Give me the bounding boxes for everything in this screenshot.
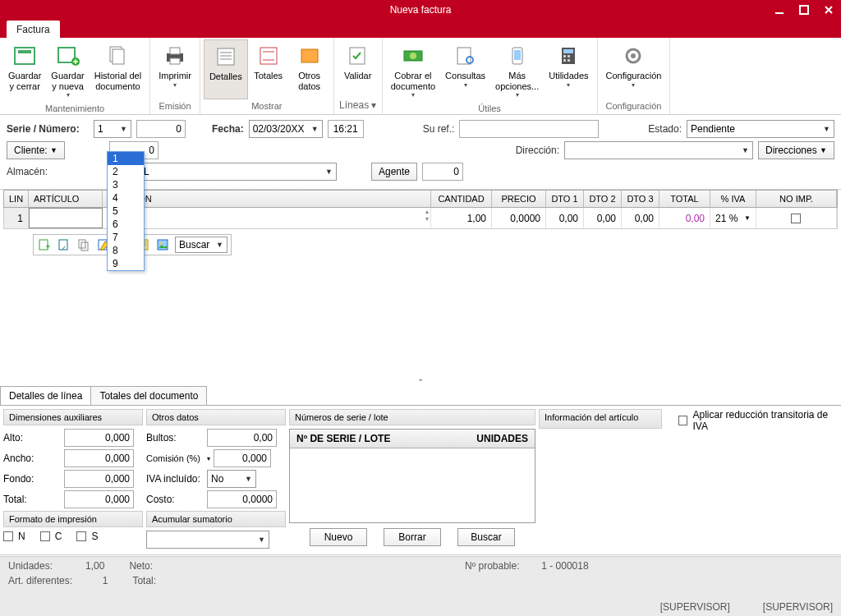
fecha-combo[interactable]: 02/03/20XX▼ — [249, 120, 323, 138]
serie-combo[interactable]: 1▼ — [94, 120, 131, 138]
save-new-button[interactable]: Guardar y nueva▾ — [46, 39, 89, 102]
col-precio[interactable]: PRECIO — [492, 191, 546, 207]
check-icon — [345, 43, 371, 69]
col-dto1[interactable]: DTO 1 — [546, 191, 584, 207]
print-button[interactable]: Imprimir▾ — [154, 39, 196, 99]
detail-tabs: Detalles de línea Totales del documento — [0, 386, 841, 406]
col-dto2[interactable]: DTO 2 — [584, 191, 622, 207]
chk-iva-reduccion[interactable] — [678, 416, 687, 425]
dim-header: Dimensiones auxiliares — [3, 409, 143, 425]
dropdown-item[interactable]: 6 — [108, 218, 144, 231]
fecha-label: Fecha: — [212, 123, 244, 135]
direcciones-button[interactable]: Direcciones ▼ — [758, 141, 834, 159]
chk-n[interactable] — [3, 531, 13, 541]
su-ref-field[interactable] — [459, 120, 599, 138]
svg-rect-0 — [775, 12, 784, 14]
svg-rect-15 — [260, 48, 277, 64]
ancho-field[interactable] — [64, 449, 134, 467]
dropdown-item[interactable]: 8 — [108, 244, 144, 257]
agente-button[interactable]: Agente — [371, 163, 417, 181]
svg-point-43 — [160, 242, 163, 245]
dropdown-item[interactable]: 9 — [108, 257, 144, 270]
totals-icon — [255, 43, 282, 69]
search-doc-icon — [453, 43, 479, 69]
su-ref-label: Su ref.: — [423, 123, 455, 135]
group-config-label: Configuración — [601, 99, 667, 113]
svg-rect-36 — [79, 240, 85, 248]
copy-line-icon[interactable] — [76, 237, 91, 252]
detail-panel: Dimensiones auxiliares Alto: Ancho: Fond… — [0, 406, 841, 555]
fondo-field[interactable] — [64, 470, 134, 488]
estado-combo[interactable]: Pendiente▼ — [687, 120, 834, 138]
dropdown-item[interactable]: 2 — [108, 165, 144, 178]
cobrar-button[interactable]: Cobrar el documento▾ — [386, 39, 440, 102]
ribbon: Guardar y cerrar Guardar y nueva▾ Histor… — [0, 38, 841, 115]
iva-combo[interactable]: No▼ — [207, 470, 256, 488]
alto-field[interactable] — [64, 429, 134, 447]
total-dim-field[interactable] — [64, 490, 134, 508]
tab-totales-doc[interactable]: Totales del documento — [90, 386, 207, 405]
tab-detalles-linea[interactable]: Detalles de línea — [0, 386, 91, 405]
col-dto3[interactable]: DTO 3 — [622, 191, 659, 207]
dropdown-item[interactable]: 1 — [108, 152, 144, 165]
detalles-button[interactable]: Detalles — [204, 39, 248, 99]
config-button[interactable]: Configuración▾ — [601, 39, 667, 99]
totales-button[interactable]: Totales — [248, 39, 289, 99]
costo-field[interactable] — [207, 490, 277, 508]
col-cantidad[interactable]: CANTIDAD — [431, 191, 492, 207]
maximize-button[interactable] — [792, 0, 816, 20]
serie-header: Números de serie / lote — [289, 409, 535, 425]
svg-point-33 — [631, 53, 636, 58]
serie-dropdown-list[interactable]: 1 2 3 4 5 6 7 8 9 — [107, 151, 145, 271]
estado-label: Estado: — [648, 123, 682, 135]
add-line-icon[interactable] — [37, 237, 52, 252]
numero-field[interactable] — [136, 120, 186, 138]
col-noimp[interactable]: NO IMP. — [756, 191, 837, 207]
chk-s[interactable] — [76, 531, 86, 541]
dropdown-item[interactable]: 4 — [108, 191, 144, 205]
dropdown-item[interactable]: 3 — [108, 178, 144, 191]
insert-line-icon[interactable] — [57, 237, 71, 252]
validar-button[interactable]: Validar — [338, 39, 379, 98]
dropdown-item[interactable]: 5 — [108, 205, 144, 218]
col-total[interactable]: TOTAL — [659, 191, 710, 207]
image-icon[interactable] — [155, 237, 170, 252]
mas-opciones-button[interactable]: Más opciones...▾ — [490, 39, 544, 102]
titlebar: Nueva factura — [0, 0, 841, 20]
acum-combo[interactable]: ▼ — [146, 531, 269, 549]
consultas-button[interactable]: Consultas▾ — [440, 39, 490, 102]
col-articulo[interactable]: ARTÍCULO — [29, 191, 103, 207]
buscar-combo[interactable]: Buscar▼ — [175, 237, 227, 253]
articulo-cell[interactable] — [29, 208, 103, 228]
borrar-button[interactable]: Borrar — [384, 528, 441, 546]
buscar-serie-button[interactable]: Buscar — [457, 528, 515, 546]
col-iva[interactable]: % IVA — [710, 191, 756, 207]
direccion-combo[interactable]: ▼ — [564, 141, 753, 159]
collapse-toggle[interactable]: ⌄ — [0, 370, 841, 386]
almacen-combo[interactable]: L▼ — [140, 163, 337, 181]
col-lin[interactable]: LIN — [4, 191, 29, 207]
save-close-button[interactable]: Guardar y cerrar — [3, 39, 46, 102]
bultos-field[interactable] — [207, 429, 277, 447]
direccion-label: Dirección: — [516, 145, 559, 156]
tab-factura[interactable]: Factura — [7, 21, 60, 38]
cliente-button[interactable]: Cliente: ▼ — [7, 141, 65, 159]
serie-numero-label: Serie / Número: — [7, 123, 89, 135]
gear-icon — [620, 43, 646, 69]
group-mantenimiento-label: Mantenimiento — [3, 102, 146, 115]
utilidades-button[interactable]: Utilidades▾ — [544, 39, 593, 102]
status-supervisor: [SUPERVISOR] — [660, 601, 730, 613]
close-button[interactable] — [816, 0, 841, 20]
dropdown-item[interactable]: 7 — [108, 231, 144, 244]
col-descripcion[interactable]: CRIPCIÓN — [103, 191, 431, 207]
comision-field[interactable] — [214, 449, 271, 467]
agente-num-field[interactable] — [422, 163, 463, 181]
noimp-checkbox[interactable] — [791, 214, 801, 223]
nuevo-button[interactable]: Nuevo — [310, 528, 367, 546]
minimize-button[interactable] — [767, 0, 792, 20]
save-plus-icon — [55, 43, 81, 69]
history-button[interactable]: Historial del documento — [90, 39, 146, 102]
otros-datos-button[interactable]: Otros datos — [289, 39, 330, 99]
chk-c[interactable] — [40, 531, 50, 541]
hora-field[interactable] — [328, 120, 364, 138]
